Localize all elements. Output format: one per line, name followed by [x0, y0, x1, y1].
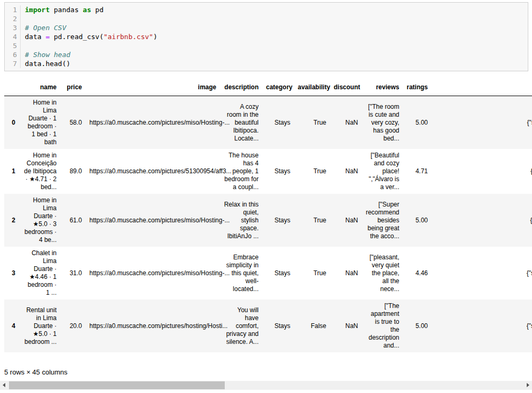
code-line: 7 data.head() — [5, 59, 528, 68]
cell-seller: {"seller_id":"54262408","url":"htt — [432, 194, 532, 247]
cell-price: 20.0 — [60, 300, 86, 352]
cell-ratings: 4.71 — [403, 149, 432, 194]
code-text: # Show head — [21, 50, 70, 59]
keyword-token: as — [83, 6, 91, 14]
cell-availability: True — [294, 96, 330, 149]
operator-token: = — [45, 33, 50, 41]
scroll-left-arrow-icon[interactable] — [3, 383, 5, 387]
table-row: 2 Home in Lima Duarte · ★5.0 · 3 bedroom… — [4, 194, 532, 247]
code-token: ) — [153, 33, 158, 41]
cell-availability: True — [294, 247, 330, 300]
code-token: pandas — [50, 6, 83, 14]
column-header-name: name — [19, 80, 60, 96]
column-header-price: price — [60, 80, 86, 96]
cell-reviews: ["The room is cute and very cozy, has go… — [362, 96, 403, 149]
code-line: 3 # Open CSV — [5, 23, 528, 32]
cell-discount: NaN — [330, 96, 362, 149]
comment-token: # Open CSV — [25, 24, 66, 32]
cell-category: Stays — [262, 194, 294, 247]
cell-price: 61.0 — [60, 194, 86, 247]
code-line: 4 data = pd.read_csv("airbnb.csv") — [5, 32, 528, 41]
line-number: 7 — [5, 59, 21, 68]
code-token: pd — [91, 6, 103, 14]
code-text: import pandas as pd — [21, 5, 104, 14]
table-row: 3 Chalet in Lima Duarte · ★4.46 · 1 bedr… — [4, 247, 532, 300]
row-index: 1 — [4, 149, 19, 194]
cell-reviews: ["Beautiful and cozy place! ","Álvaro is… — [362, 149, 403, 194]
cell-seller: {"seller_id":"21165970","url":"htt — [432, 149, 532, 194]
line-number: 6 — [5, 50, 21, 59]
scrollbar-thumb[interactable] — [9, 381, 225, 389]
line-number: 4 — [5, 32, 21, 41]
cell-seller: {"seller_id":"418191044","url":"htt — [432, 247, 532, 300]
cell-reviews: ["The apartment is true to the descripti… — [362, 300, 403, 352]
code-text — [21, 41, 25, 50]
cell-discount: NaN — [330, 194, 362, 247]
cell-image: https://a0.muscache.com/pictures/5130095… — [86, 149, 220, 194]
cell-name: Rental unit in Lima Duarte · ★5.0 · 1 be… — [19, 300, 60, 352]
table-row: 0 Home in Lima Duarte · 1 bedroom · 1 be… — [4, 96, 532, 149]
cell-discount: NaN — [330, 300, 362, 352]
column-header-image: image — [86, 80, 220, 96]
scroll-right-arrow-icon[interactable] — [527, 383, 529, 387]
cell-seller: {"seller_id":"163849595","url":"htt — [432, 300, 532, 352]
code-line: 1 import pandas as pd — [5, 5, 528, 14]
cell-price: 58.0 — [60, 96, 86, 149]
code-token: data — [25, 33, 45, 41]
cell-availability: True — [294, 194, 330, 247]
line-number: 1 — [5, 5, 21, 14]
code-line: 5 — [5, 41, 528, 50]
cell-discount: NaN — [330, 247, 362, 300]
cell-availability: False — [294, 300, 330, 352]
column-header-availability: availability — [294, 80, 330, 96]
code-text: # Open CSV — [21, 23, 66, 32]
dataframe-table: name price image description category av… — [4, 80, 532, 352]
column-header-reviews: reviews — [362, 80, 403, 96]
cell-category: Stays — [262, 247, 294, 300]
cell-ratings: 5.00 — [403, 96, 432, 149]
code-token: pd.read_csv( — [50, 33, 104, 41]
row-index: 0 — [4, 96, 19, 149]
cell-name: Home in Lima Duarte · 1 bedroom · 1 bed … — [19, 96, 60, 149]
cell-name: Home in Conceição de Ibitipoca · ★4.71 ·… — [19, 149, 60, 194]
header-row: name price image description category av… — [4, 80, 532, 96]
line-number: 2 — [5, 14, 21, 23]
code-cell[interactable]: 1 import pandas as pd 2 3 # Open CSV 4 d… — [4, 2, 528, 71]
cell-name: Home in Lima Duarte · ★5.0 · 3 bedrooms … — [19, 194, 60, 247]
cell-reviews: ["pleasant, very quiet the place, all th… — [362, 247, 403, 300]
code-token: data.head() — [25, 60, 70, 68]
code-text — [21, 14, 25, 23]
table-row: 4 Rental unit in Lima Duarte · ★5.0 · 1 … — [4, 300, 532, 352]
cell-discount: NaN — [330, 149, 362, 194]
cell-ratings: 5.00 — [403, 300, 432, 352]
cell-category: Stays — [262, 300, 294, 352]
cell-price: 31.0 — [60, 247, 86, 300]
cell-name: Chalet in Lima Duarte · ★4.46 · 1 bedroo… — [19, 247, 60, 300]
cell-image: https://a0.muscache.com/pictures/miso/Ho… — [86, 247, 220, 300]
comment-token: # Show head — [25, 51, 70, 59]
cell-category: Stays — [262, 96, 294, 149]
column-header-seller — [432, 80, 532, 96]
row-index: 3 — [4, 247, 19, 300]
cell-image: https://a0.muscache.com/pictures/hosting… — [86, 300, 220, 352]
code-line: 6 # Show head — [5, 50, 528, 59]
code-text: data.head() — [21, 59, 70, 68]
dataframe-output: name price image description category av… — [4, 80, 532, 352]
line-number: 3 — [5, 23, 21, 32]
column-header-description: description — [220, 80, 262, 96]
keyword-token: import — [25, 6, 50, 14]
horizontal-scrollbar[interactable] — [0, 381, 532, 390]
cell-image: https://a0.muscache.com/pictures/miso/Ho… — [86, 194, 220, 247]
cell-reviews: ["Super recommend besides being great th… — [362, 194, 403, 247]
cell-image: https://a0.muscache.com/pictures/miso/Ho… — [86, 96, 220, 149]
row-index: 2 — [4, 194, 19, 247]
code-line: 2 — [5, 14, 528, 23]
column-header-category: category — [262, 80, 294, 96]
cell-availability: True — [294, 149, 330, 194]
cell-seller: {"seller_id":"1481040","url":"https — [432, 96, 532, 149]
code-text: data = pd.read_csv("airbnb.csv") — [21, 32, 157, 41]
notebook-page: 1 import pandas as pd 2 3 # Open CSV 4 d… — [0, 0, 532, 393]
column-header-index — [4, 80, 19, 96]
cell-category: Stays — [262, 149, 294, 194]
cell-ratings: 5.00 — [403, 194, 432, 247]
